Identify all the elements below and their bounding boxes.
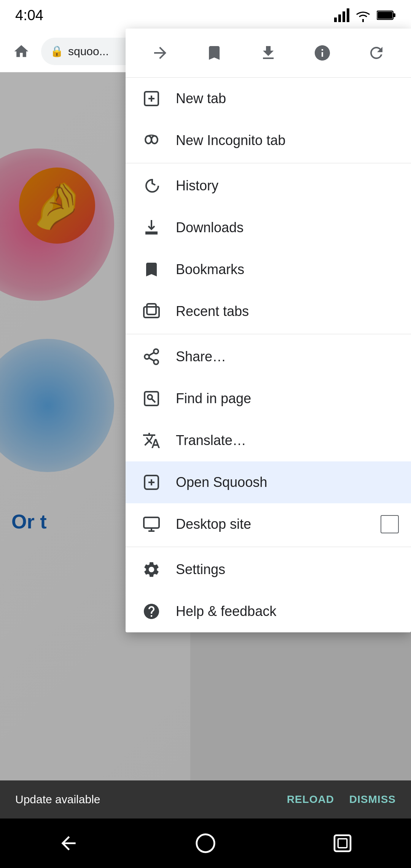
menu-item-label-downloads: Downloads — [176, 220, 399, 236]
desktop-site-checkbox[interactable] — [381, 515, 399, 533]
menu-item-new-incognito-tab[interactable]: New Incognito tab — [126, 120, 411, 161]
menu-item-label-history: History — [176, 178, 399, 194]
wifi-icon — [355, 8, 371, 22]
svg-rect-3 — [347, 8, 349, 22]
settings-icon — [138, 556, 165, 583]
status-time: 4:04 — [15, 7, 43, 24]
incognito-icon — [138, 127, 165, 154]
menu-item-history[interactable]: History — [126, 165, 411, 207]
find-in-page-icon — [138, 385, 165, 412]
nav-home-button[interactable] — [190, 828, 221, 858]
svg-line-16 — [149, 353, 154, 356]
signal-icon — [334, 8, 349, 22]
menu-item-label-help-feedback: Help & feedback — [176, 603, 399, 619]
recent-tabs-icon — [138, 298, 165, 325]
svg-rect-1 — [338, 14, 341, 22]
help-icon — [138, 598, 165, 625]
menu-divider — [126, 547, 411, 547]
dropdown-menu: New tabNew Incognito tabHistoryDownloads… — [126, 29, 411, 632]
menu-item-desktop-site[interactable]: Desktop site — [126, 503, 411, 545]
translate-icon — [138, 427, 165, 454]
svg-point-8 — [145, 136, 151, 144]
menu-item-translate[interactable]: Translate… — [126, 420, 411, 461]
svg-rect-2 — [342, 11, 345, 22]
menu-item-label-recent-tabs: Recent tabs — [176, 303, 399, 319]
menu-item-label-new-tab: New tab — [176, 91, 399, 107]
svg-point-13 — [145, 354, 149, 359]
menu-item-share[interactable]: Share… — [126, 336, 411, 378]
svg-line-19 — [152, 399, 155, 402]
svg-rect-24 — [338, 839, 347, 847]
download-button[interactable] — [253, 38, 284, 68]
menu-item-new-tab[interactable]: New tab — [126, 78, 411, 120]
nav-recent-button[interactable] — [327, 828, 358, 858]
battery-icon — [377, 10, 396, 21]
svg-rect-6 — [378, 12, 392, 19]
svg-point-14 — [154, 360, 158, 364]
menu-items-container: New tabNew Incognito tabHistoryDownloads… — [126, 78, 411, 632]
menu-item-help-feedback[interactable]: Help & feedback — [126, 590, 411, 632]
menu-item-label-open-squoosh: Open Squoosh — [176, 474, 399, 490]
menu-item-find-in-page[interactable]: Find in page — [126, 378, 411, 420]
menu-item-open-squoosh[interactable]: Open Squoosh — [126, 461, 411, 503]
menu-item-downloads[interactable]: Downloads — [126, 207, 411, 249]
menu-item-settings[interactable]: Settings — [126, 549, 411, 590]
lock-icon: 🔒 — [50, 45, 64, 57]
svg-line-15 — [149, 358, 154, 361]
update-actions: RELOAD DISMISS — [287, 793, 396, 806]
share-icon — [138, 343, 165, 370]
status-icons — [334, 8, 396, 22]
svg-point-18 — [148, 395, 152, 399]
downloads-icon — [138, 214, 165, 241]
menu-item-label-share: Share… — [176, 349, 399, 365]
svg-rect-0 — [334, 18, 337, 22]
nav-back-button[interactable] — [53, 828, 84, 858]
svg-rect-5 — [393, 13, 395, 17]
new-tab-icon — [138, 85, 165, 112]
reload-update-button[interactable]: RELOAD — [287, 793, 334, 806]
status-bar: 4:04 — [0, 0, 411, 30]
address-text: squoo... — [68, 45, 109, 58]
forward-button[interactable] — [145, 38, 175, 68]
dismiss-button[interactable]: DISMISS — [349, 793, 396, 806]
bookmark-button[interactable] — [199, 38, 229, 68]
menu-item-label-desktop-site: Desktop site — [176, 516, 381, 532]
reload-button[interactable] — [361, 38, 392, 68]
open-squoosh-icon — [138, 469, 165, 496]
svg-point-9 — [151, 136, 158, 144]
menu-toolbar — [126, 29, 411, 78]
desktop-icon — [138, 511, 165, 538]
svg-rect-11 — [147, 304, 156, 314]
menu-divider — [126, 334, 411, 334]
menu-divider — [126, 163, 411, 163]
update-message: Update available — [15, 793, 100, 806]
svg-rect-23 — [335, 835, 350, 851]
bookmarks-icon — [138, 256, 165, 283]
home-button[interactable] — [8, 38, 35, 65]
menu-item-label-new-incognito-tab: New Incognito tab — [176, 132, 399, 148]
menu-item-recent-tabs[interactable]: Recent tabs — [126, 290, 411, 332]
menu-item-label-settings: Settings — [176, 562, 399, 578]
bottom-nav — [0, 819, 411, 868]
menu-item-bookmarks[interactable]: Bookmarks — [126, 249, 411, 290]
menu-item-label-bookmarks: Bookmarks — [176, 262, 399, 278]
menu-item-label-find-in-page: Find in page — [176, 391, 399, 407]
svg-point-12 — [154, 349, 158, 354]
info-button[interactable] — [307, 38, 338, 68]
update-bar: Update available RELOAD DISMISS — [0, 780, 411, 819]
history-icon — [138, 172, 165, 199]
svg-rect-21 — [144, 517, 159, 528]
svg-point-22 — [197, 834, 215, 852]
menu-item-label-translate: Translate… — [176, 432, 399, 448]
